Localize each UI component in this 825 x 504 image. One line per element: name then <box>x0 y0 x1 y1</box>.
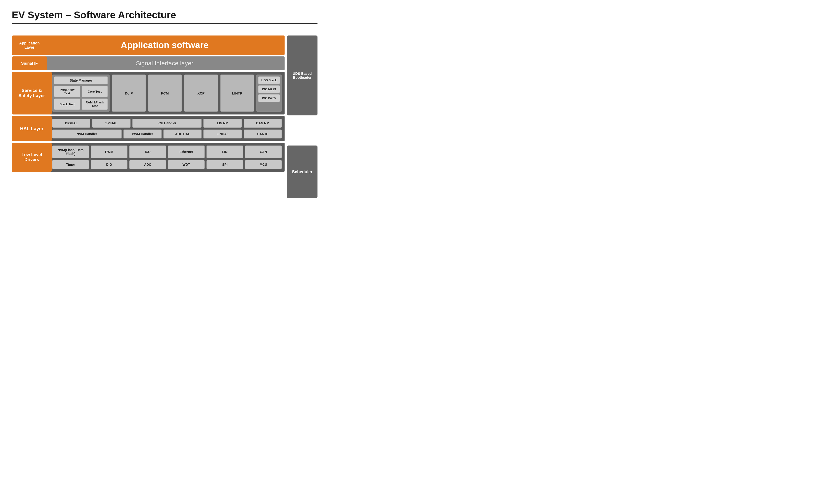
service-middle-cells: DoIP FCM XCP LINTP <box>112 75 254 112</box>
lld-layer-row: Low Level Drivers NVM(Flash/ Data Flash)… <box>12 143 285 172</box>
hal-row-2: NVM Handler PWM Handler ADC HAL LINHAL C… <box>52 130 282 139</box>
hal-row-1: DIOHAL SPIHAL ICU Handler LIN NM CAN NM <box>52 119 282 128</box>
lin-nm-box: LIN NM <box>204 119 241 128</box>
service-test-group: State Manager Prog.Flow Test Core Test S… <box>52 75 109 112</box>
lld-layer-content: NVM(Flash/ Data Flash) PWM ICU Ethernet … <box>50 143 285 172</box>
lld-layer-label: Low Level Drivers <box>12 143 52 172</box>
application-layer-label: Application Layer <box>12 35 47 55</box>
page-title: EV System – Software Architecture <box>12 9 317 24</box>
nvm-flash-box: NVM(Flash/ Data Flash) <box>52 146 89 158</box>
scheduler-box: Scheduler <box>287 146 317 198</box>
iso14229-box: ISO14229 <box>258 85 280 93</box>
mcu-box: MCU <box>245 160 282 169</box>
stack-test-box: Stack Test <box>54 98 80 110</box>
service-mid-row: Prog.Flow Test Core Test <box>54 86 108 97</box>
signal-layer-content: Signal Interface layer <box>45 57 285 70</box>
hal-layer-content: DIOHAL SPIHAL ICU Handler LIN NM CAN NM … <box>50 116 285 141</box>
uds-stack-box: UDS Stack <box>258 76 280 84</box>
fcm-box: FCM <box>148 75 182 112</box>
application-layer-content: Application software <box>45 35 285 55</box>
xcp-box: XCP <box>184 75 218 112</box>
can-box: CAN <box>245 146 282 158</box>
icu-handler-box: ICU Handler <box>132 119 202 128</box>
hal-layer-label: HAL Layer <box>12 116 52 141</box>
adc-box: ADC <box>129 160 166 169</box>
signal-layer-row: Signal IF Signal Interface layer <box>12 57 285 70</box>
application-software-text: Application software <box>121 40 209 50</box>
lin-box: LIN <box>207 146 243 158</box>
doip-box: DoIP <box>112 75 146 112</box>
can-if-box: CAN IF <box>244 130 282 139</box>
lld-row-1: NVM(Flash/ Data Flash) PWM ICU Ethernet … <box>52 146 282 158</box>
iso15765-box: ISO15765 <box>258 94 280 102</box>
prog-flow-test-box: Prog.Flow Test <box>54 86 80 97</box>
signal-layer-label: Signal IF <box>12 57 47 70</box>
state-manager-box: State Manager <box>54 76 108 84</box>
nvm-handler-box: NVM Handler <box>52 130 122 139</box>
can-nm-box: CAN NM <box>244 119 282 128</box>
uds-bootloader-box: UDS Based Bootloader <box>287 35 317 115</box>
architecture-diagram: Application Layer Application software S… <box>12 35 317 198</box>
uds-group: UDS Stack ISO14229 ISO15765 <box>256 75 282 112</box>
lld-row-2: Timer DIO ADC WDT SPI MCU <box>52 160 282 169</box>
dio-box: DIO <box>91 160 128 169</box>
service-layer-label: Service & Safety Layer <box>12 72 52 114</box>
timer-box: Timer <box>52 160 89 169</box>
service-bot-row: Stack Test RAM &Flash Test <box>54 98 108 110</box>
application-layer-row: Application Layer Application software <box>12 35 285 55</box>
right-panel: UDS Based Bootloader Scheduler <box>287 35 317 198</box>
pwm-box: PWM <box>91 146 128 158</box>
hal-layer-row: HAL Layer DIOHAL SPIHAL ICU Handler LIN … <box>12 116 285 141</box>
signal-interface-text: Signal Interface layer <box>136 60 193 67</box>
wdt-box: WDT <box>168 160 205 169</box>
spi-box: SPI <box>207 160 243 169</box>
layers-column: Application Layer Application software S… <box>12 35 285 198</box>
service-layer-content: State Manager Prog.Flow Test Core Test S… <box>50 72 285 114</box>
linhal-box: LINHAL <box>204 130 241 139</box>
ram-flash-test-box: RAM &Flash Test <box>82 98 108 110</box>
lintp-box: LINTP <box>220 75 254 112</box>
spihal-box: SPIHAL <box>92 119 130 128</box>
ethernet-box: Ethernet <box>168 146 205 158</box>
adc-hal-box: ADC HAL <box>163 130 202 139</box>
icu-box: ICU <box>129 146 166 158</box>
diohal-box: DIOHAL <box>52 119 90 128</box>
service-layer-row: Service & Safety Layer State Manager Pro… <box>12 72 285 114</box>
pwm-handler-box: PWM Handler <box>124 130 162 139</box>
core-test-box: Core Test <box>82 86 108 97</box>
